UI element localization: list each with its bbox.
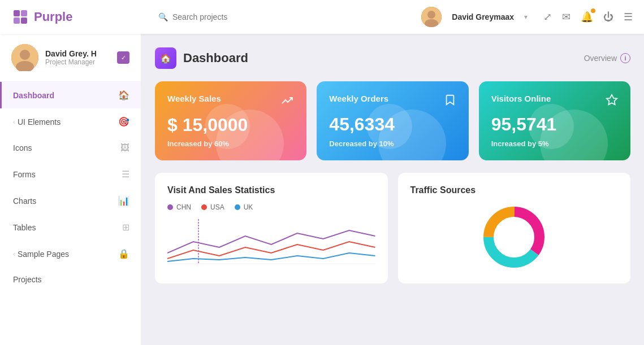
visit-stats-panel: Visit And Sales Statistics CHN USA UK (155, 173, 388, 283)
user-name: David Greymaax (452, 12, 514, 21)
tables-icon: ⊞ (122, 222, 129, 233)
sidebar: David Grey. H Project Manager ✓ Dashboar… (0, 34, 141, 345)
svg-point-5 (427, 11, 435, 19)
sample-pages-icon: 🔒 (118, 248, 129, 259)
nav-label-forms: Forms (13, 170, 117, 179)
sidebar-item-charts[interactable]: Charts 📊 (0, 187, 141, 214)
visit-stats-title: Visit And Sales Statistics (167, 185, 375, 195)
chevron-icon-sample: ‹ (13, 250, 15, 258)
notification-badge (591, 8, 595, 13)
svg-rect-2 (14, 18, 20, 24)
sidebar-badge: ✓ (117, 51, 129, 64)
sidebar-item-dashboard[interactable]: Dashboard 🏠 (0, 82, 141, 108)
legend-label-uk: UK (244, 203, 253, 211)
chevron-icon-ui: ‹ (13, 118, 15, 126)
charts-icon: 📊 (118, 195, 129, 206)
home-icon: 🏠 (118, 90, 129, 101)
expand-icon[interactable]: ⤢ (543, 11, 552, 23)
legend-usa: USA (201, 203, 224, 211)
sidebar-user-name: David Grey. H (45, 49, 97, 58)
sales-icon (280, 94, 294, 110)
overview-info-icon: i (620, 53, 630, 63)
bottom-panels: Visit And Sales Statistics CHN USA UK (155, 173, 630, 283)
nav-label-icons: Icons (13, 143, 116, 152)
legend-label-chn: CHN (176, 203, 191, 211)
donut-chart-container (410, 203, 619, 271)
icons-icon: 🖼 (120, 143, 129, 153)
header-right: David Greymaax ▾ ⤢ ✉ 🔔 ⏻ ☰ (421, 7, 633, 27)
main-content: 🏠 Dashboard Overview i Weekly Sales (141, 34, 644, 345)
main-layout: David Grey. H Project Manager ✓ Dashboar… (0, 34, 644, 345)
page-title: Dashboard (183, 51, 248, 65)
dashboard-icon: 🏠 (155, 47, 176, 69)
page-title-area: 🏠 Dashboard (155, 47, 248, 69)
stat-card-title-1: Weekly Sales (167, 94, 221, 103)
nav-label-tables: Tables (13, 223, 118, 232)
search-area: 🔍 (147, 12, 421, 21)
overview-area: Overview i (584, 53, 630, 63)
stat-card-title-2: Weekly Orders (329, 94, 388, 103)
legend-chn: CHN (167, 203, 191, 211)
logo-area: Purple (11, 8, 147, 26)
page-header: 🏠 Dashboard Overview i (155, 47, 630, 69)
stat-card-weekly-sales: Weekly Sales $ 15,0000 Increased by 60% (155, 81, 306, 160)
power-icon[interactable]: ⏻ (603, 11, 613, 23)
nav-label-sample-pages: Sample Pages (18, 250, 114, 259)
svg-marker-10 (607, 95, 617, 104)
overview-label: Overview (584, 54, 617, 63)
sidebar-item-sample-pages[interactable]: ‹ Sample Pages 🔒 (0, 241, 141, 267)
header: Purple 🔍 David Greymaax ▾ ⤢ ✉ 🔔 ⏻ ☰ (0, 0, 644, 34)
sidebar-user-info: David Grey. H Project Manager (45, 49, 97, 66)
ui-elements-icon: 🎯 (118, 116, 129, 127)
logo-icon (11, 8, 29, 26)
sidebar-item-ui-elements[interactable]: ‹ UI Elements 🎯 (0, 108, 141, 135)
visitors-icon (606, 94, 618, 109)
user-avatar (421, 7, 442, 27)
nav-label-projects: Projects (13, 275, 129, 284)
sidebar-item-projects[interactable]: Projects (0, 267, 141, 292)
legend-dot-usa (201, 204, 207, 210)
stat-card-change-3: Increased by 5% (491, 139, 618, 148)
stat-card-change-1: Increased by 60% (167, 139, 294, 148)
search-icon: 🔍 (158, 12, 168, 21)
search-input[interactable] (172, 12, 286, 21)
stat-card-title-3: Visitors Online (491, 94, 551, 103)
svg-point-17 (496, 219, 532, 255)
legend-dot-uk (235, 204, 240, 210)
logo-text: Purple (34, 10, 72, 24)
legend-dot-chn (167, 204, 173, 210)
sidebar-user: David Grey. H Project Manager ✓ (0, 34, 141, 82)
traffic-sources-panel: Traffic Sources (398, 173, 631, 283)
sidebar-item-icons[interactable]: Icons 🖼 (0, 135, 141, 161)
chevron-down-icon: ▾ (524, 13, 528, 21)
stat-cards: Weekly Sales $ 15,0000 Increased by 60% (155, 81, 630, 160)
traffic-sources-title: Traffic Sources (410, 185, 619, 195)
legend-label-usa: USA (210, 203, 224, 211)
legend-uk: UK (235, 203, 253, 211)
svg-point-8 (20, 50, 30, 60)
stat-card-weekly-orders: Weekly Orders 45,6334 Decreased by 10% (317, 81, 468, 160)
sidebar-avatar (11, 44, 38, 71)
nav-label-charts: Charts (13, 196, 114, 206)
forms-icon: ☰ (122, 169, 129, 180)
nav-label-dashboard: Dashboard (13, 91, 114, 100)
stat-card-visitors: Visitors Online 95,5741 Increased by 5% (479, 81, 630, 160)
donut-chart (480, 203, 548, 271)
line-chart (167, 219, 375, 264)
chart-legend: CHN USA UK (167, 203, 375, 211)
orders-icon (444, 94, 456, 109)
mail-icon[interactable]: ✉ (562, 11, 570, 23)
sidebar-item-forms[interactable]: Forms ☰ (0, 161, 141, 187)
sidebar-user-role: Project Manager (45, 58, 97, 66)
notification-icon[interactable]: 🔔 (581, 11, 593, 23)
sidebar-item-tables[interactable]: Tables ⊞ (0, 214, 141, 241)
stat-card-change-2: Decreased by 10% (329, 139, 456, 148)
svg-rect-1 (21, 10, 27, 16)
nav-label-ui-elements: UI Elements (18, 117, 114, 126)
menu-icon[interactable]: ☰ (624, 11, 633, 23)
svg-rect-0 (14, 10, 20, 16)
svg-rect-3 (21, 18, 27, 24)
